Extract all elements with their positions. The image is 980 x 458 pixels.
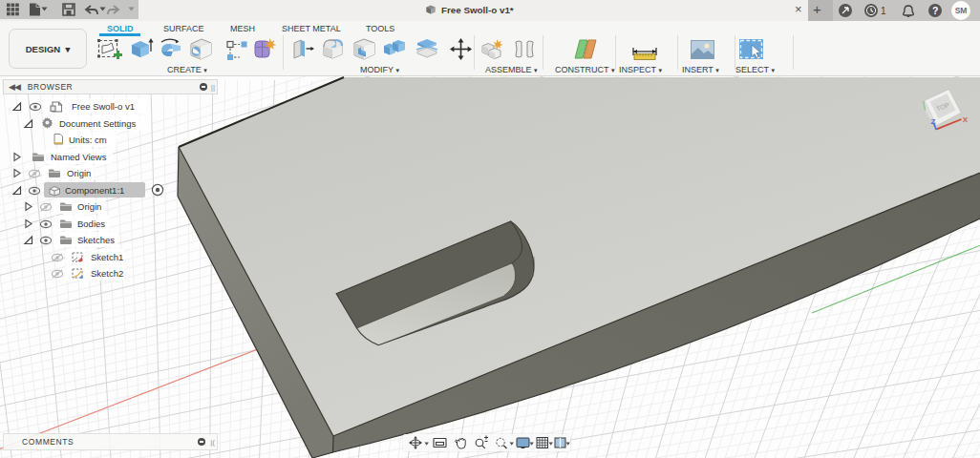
svg-text:X: X [963, 115, 969, 124]
svg-text:Z: Z [931, 117, 936, 126]
svg-text:?: ? [932, 5, 938, 16]
svg-text:1: 1 [881, 6, 886, 16]
